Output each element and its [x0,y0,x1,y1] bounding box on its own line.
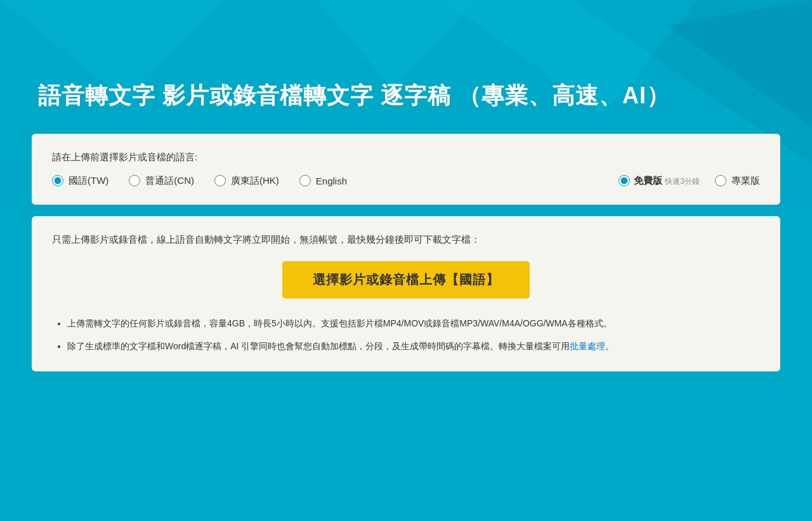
upload-card: 只需上傳影片或錄音檔，線上語音自動轉文字將立即開始，無須帳號，最快幾分鐘後即可下… [32,216,780,371]
radio-option-cn[interactable]: 普通話(CN) [129,175,194,187]
info-text-2-period: 。 [605,341,614,351]
radio-hk[interactable] [214,175,226,186]
radio-pro[interactable] [715,175,726,186]
info-list: 上傳需轉文字的任何影片或錄音檔，容量4GB，時長5小時以內。支援包括影片檔MP4… [52,316,760,354]
radio-en[interactable] [299,175,311,186]
radio-tw-label: 國語(TW) [69,175,108,187]
plan-radio-group: 免費版 快速3分鐘 專業版 [619,175,760,187]
info-text-2-part1: 除了生成標準的文字檔和Word檔逐字稿，AI 引擎同時也會幫您自動加標點，分段，… [67,341,570,351]
radio-option-free[interactable]: 免費版 快速3分鐘 [619,175,700,187]
radio-free-label: 免費版 [634,175,662,186]
radio-pro-label: 專業版 [731,175,760,187]
upload-button-wrapper: 選擇影片或錄音檔上傳【國語】 [52,261,760,299]
info-item-2: 除了生成標準的文字檔和Word檔逐字稿，AI 引擎同時也會幫您自動加標點，分段，… [67,339,760,353]
language-card-label: 請在上傳前選擇影片或音檔的語言: [52,151,760,164]
info-text-1: 上傳需轉文字的任何影片或錄音檔，容量4GB，時長5小時以內。支援包括影片檔MP4… [67,318,612,328]
radio-option-pro[interactable]: 專業版 [715,175,760,187]
batch-processing-link[interactable]: 批量處理 [570,341,605,351]
info-item-1: 上傳需轉文字的任何影片或錄音檔，容量4GB，時長5小時以內。支援包括影片檔MP4… [67,316,760,330]
upload-button[interactable]: 選擇影片或錄音檔上傳【國語】 [282,261,530,299]
radio-option-tw[interactable]: 國語(TW) [52,175,108,187]
hero-section: 語音轉文字 影片或錄音檔轉文字 逐字稿 （專業、高速、AI） [0,37,812,111]
radio-option-en[interactable]: English [299,175,347,186]
radio-cn-label: 普通話(CN) [145,175,194,187]
radio-en-label: English [316,176,347,186]
radio-option-hk[interactable]: 廣東話(HK) [214,175,279,187]
free-plan-badge: 快速3分鐘 [665,177,700,186]
language-card: 請在上傳前選擇影片或音檔的語言: 國語(TW) 普通話(CN) 廣東話(HK) … [32,134,780,205]
language-radio-group: 國語(TW) 普通話(CN) 廣東話(HK) English 免費版 [52,175,760,187]
radio-free[interactable] [619,175,630,186]
hero-title: 語音轉文字 影片或錄音檔轉文字 逐字稿 （專業、高速、AI） [38,81,774,111]
radio-hk-label: 廣東話(HK) [231,175,279,187]
upload-description: 只需上傳影片或錄音檔，線上語音自動轉文字將立即開始，無須帳號，最快幾分鐘後即可下… [52,234,760,246]
radio-cn[interactable] [129,175,140,186]
main-content: 請在上傳前選擇影片或音檔的語言: 國語(TW) 普通話(CN) 廣東話(HK) … [0,134,812,397]
radio-tw[interactable] [52,175,63,186]
